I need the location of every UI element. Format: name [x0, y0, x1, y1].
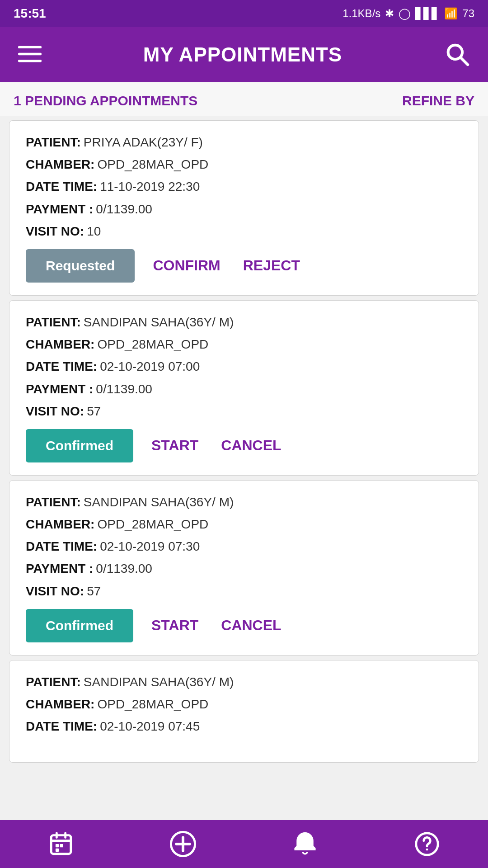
- chamber-value: OPD_28MAR_OPD: [97, 335, 208, 353]
- network-speed: 1.1KB/s: [343, 7, 380, 20]
- datetime-value: 02-10-2019 07:45: [100, 717, 200, 735]
- datetime-value: 02-10-2019 07:30: [100, 538, 200, 555]
- card-actions: Confirmed START CANCEL: [26, 609, 462, 642]
- payment-label: PAYMENT :: [26, 380, 93, 398]
- svg-rect-2: [18, 60, 42, 62]
- datetime-label: DATE TIME:: [26, 717, 97, 735]
- card-actions: Requested CONFIRM REJECT: [26, 249, 462, 283]
- patient-label: PATIENT:: [26, 313, 81, 331]
- patient-value: SANDIPAN SAHA(36Y/ M): [84, 493, 234, 511]
- signal-icon: ▋▋▋: [415, 7, 440, 20]
- visitno-label: VISIT NO:: [26, 582, 84, 600]
- status-time: 15:51: [14, 6, 46, 21]
- datetime-value: 11-10-2019 22:30: [100, 178, 200, 195]
- wifi-icon: 📶: [444, 7, 458, 20]
- patient-value: SANDIPAN SAHA(36Y/ M): [84, 673, 234, 691]
- card-actions: Confirmed START CANCEL: [26, 429, 462, 462]
- payment-value: 0/1139.00: [96, 380, 152, 398]
- visitno-value: 57: [87, 582, 101, 600]
- svg-rect-0: [18, 46, 42, 48]
- payment-label: PAYMENT :: [26, 200, 93, 218]
- visitno-label: VISIT NO:: [26, 222, 84, 240]
- datetime-label: DATE TIME:: [26, 178, 97, 195]
- start-button[interactable]: START: [151, 617, 198, 634]
- battery-icon: 73: [462, 7, 474, 20]
- bluetooth-icon: ✱: [385, 7, 394, 20]
- datetime-label: DATE TIME:: [26, 358, 97, 375]
- hamburger-icon[interactable]: [18, 42, 42, 67]
- nav-calendar[interactable]: [48, 831, 74, 857]
- patient-label: PATIENT:: [26, 133, 81, 151]
- nav-add[interactable]: [170, 831, 196, 857]
- visitno-row: VISIT NO: 57: [26, 402, 462, 420]
- visitno-value: 10: [87, 222, 101, 240]
- chamber-label: CHAMBER:: [26, 156, 94, 173]
- status-bar: 15:51 1.1KB/s ✱ ◯ ▋▋▋ 📶 73: [0, 0, 488, 27]
- chamber-row: CHAMBER: OPD_28MAR_OPD: [26, 335, 462, 353]
- appointment-card: PATIENT: PRIYA ADAK(23Y/ F) CHAMBER: OPD…: [9, 120, 479, 296]
- refine-by-button[interactable]: REFINE BY: [402, 93, 474, 108]
- search-icon[interactable]: [444, 41, 470, 69]
- payment-value: 0/1139.00: [96, 560, 152, 577]
- datetime-row: DATE TIME: 02-10-2019 07:00: [26, 358, 462, 375]
- patient-row: PATIENT: SANDIPAN SAHA(36Y/ M): [26, 493, 462, 511]
- app-header: MY APPOINTMENTS: [0, 27, 488, 82]
- visitno-row: VISIT NO: 10: [26, 222, 462, 240]
- svg-rect-1: [18, 53, 42, 55]
- datetime-label: DATE TIME:: [26, 538, 97, 555]
- chamber-value: OPD_28MAR_OPD: [97, 515, 208, 533]
- pending-appointments-label: 1 PENDING APPOINTMENTS: [14, 93, 197, 108]
- nav-notifications[interactable]: [292, 831, 318, 857]
- cancel-button[interactable]: CANCEL: [221, 437, 281, 454]
- chamber-label: CHAMBER:: [26, 515, 94, 533]
- datetime-value: 02-10-2019 07:00: [100, 358, 200, 375]
- nav-help[interactable]: [414, 831, 440, 857]
- status-confirmed-button[interactable]: Confirmed: [26, 609, 133, 642]
- alarm-icon: ◯: [399, 7, 411, 20]
- patient-label: PATIENT:: [26, 673, 81, 691]
- cancel-button[interactable]: CANCEL: [221, 617, 281, 634]
- chamber-label: CHAMBER:: [26, 695, 94, 713]
- chamber-value: OPD_28MAR_OPD: [97, 156, 208, 173]
- status-requested-button[interactable]: Requested: [26, 249, 135, 283]
- payment-label: PAYMENT :: [26, 560, 93, 577]
- chamber-row: CHAMBER: OPD_28MAR_OPD: [26, 515, 462, 533]
- bottom-navigation: [0, 820, 488, 868]
- svg-line-4: [460, 57, 468, 65]
- status-icons: 1.1KB/s ✱ ◯ ▋▋▋ 📶 73: [343, 7, 474, 20]
- payment-row: PAYMENT : 0/1139.00: [26, 380, 462, 398]
- patient-value: SANDIPAN SAHA(36Y/ M): [84, 313, 234, 331]
- payment-row: PAYMENT : 0/1139.00: [26, 560, 462, 577]
- payment-row: PAYMENT : 0/1139.00: [26, 200, 462, 218]
- svg-rect-9: [56, 844, 59, 847]
- patient-value: PRIYA ADAK(23Y/ F): [84, 133, 203, 151]
- datetime-row: DATE TIME: 02-10-2019 07:45: [26, 717, 462, 735]
- chamber-value: OPD_28MAR_OPD: [97, 695, 208, 713]
- appointments-list: PATIENT: PRIYA ADAK(23Y/ F) CHAMBER: OPD…: [0, 120, 488, 826]
- datetime-row: DATE TIME: 11-10-2019 22:30: [26, 178, 462, 195]
- confirm-button[interactable]: CONFIRM: [153, 257, 220, 274]
- svg-rect-11: [56, 849, 59, 852]
- chamber-label: CHAMBER:: [26, 335, 94, 353]
- start-button[interactable]: START: [151, 437, 198, 454]
- datetime-row: DATE TIME: 02-10-2019 07:30: [26, 538, 462, 555]
- patient-label: PATIENT:: [26, 493, 81, 511]
- svg-point-16: [426, 849, 428, 851]
- status-confirmed-button[interactable]: Confirmed: [26, 429, 133, 462]
- patient-row: PATIENT: PRIYA ADAK(23Y/ F): [26, 133, 462, 151]
- reject-button[interactable]: REJECT: [243, 257, 300, 274]
- visitno-value: 57: [87, 402, 101, 420]
- page-title: MY APPOINTMENTS: [143, 43, 342, 66]
- appointment-card-partial: PATIENT: SANDIPAN SAHA(36Y/ M) CHAMBER: …: [9, 660, 479, 763]
- chamber-row: CHAMBER: OPD_28MAR_OPD: [26, 695, 462, 713]
- svg-rect-10: [60, 844, 63, 847]
- chamber-row: CHAMBER: OPD_28MAR_OPD: [26, 156, 462, 173]
- appointment-card: PATIENT: SANDIPAN SAHA(36Y/ M) CHAMBER: …: [9, 300, 479, 476]
- patient-row: PATIENT: SANDIPAN SAHA(36Y/ M): [26, 313, 462, 331]
- sub-header: 1 PENDING APPOINTMENTS REFINE BY: [0, 82, 488, 116]
- visitno-row: VISIT NO: 57: [26, 582, 462, 600]
- payment-value: 0/1139.00: [96, 200, 152, 218]
- patient-row: PATIENT: SANDIPAN SAHA(36Y/ M): [26, 673, 462, 691]
- visitno-label: VISIT NO:: [26, 402, 84, 420]
- appointment-card: PATIENT: SANDIPAN SAHA(36Y/ M) CHAMBER: …: [9, 480, 479, 656]
